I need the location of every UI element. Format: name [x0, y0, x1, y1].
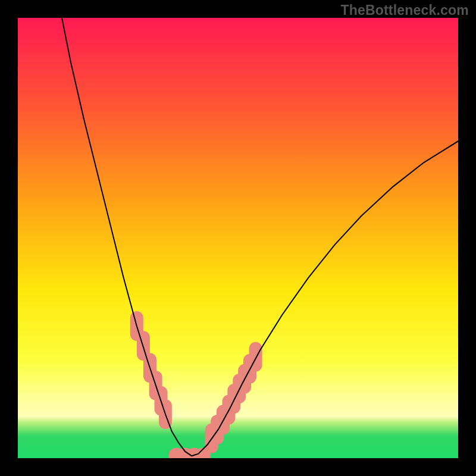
chart-container: TheBottleneck.com [0, 0, 476, 476]
bottleneck-chart [0, 0, 476, 476]
watermark-text: TheBottleneck.com [340, 2, 469, 18]
